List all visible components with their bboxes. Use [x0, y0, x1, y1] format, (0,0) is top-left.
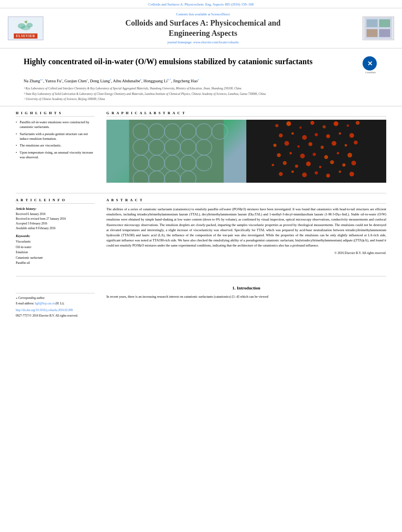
article-title: Highly concentrated oil-in-water (O/W) e… — [24, 56, 357, 67]
svg-point-70 — [279, 172, 283, 176]
revised-date: Received in revised form 27 January 2016 — [16, 217, 95, 221]
svg-rect-10 — [129, 120, 224, 183]
ga-hexagon-pattern — [106, 120, 246, 183]
email-link[interactable]: hgli@licp.cas.cn — [35, 302, 55, 305]
introduction-section: ⁎ Corresponding author. E-mail address: … — [0, 281, 402, 322]
svg-point-68 — [342, 163, 346, 167]
article-info-section-title: A R T I C L E I N F O — [16, 198, 95, 204]
journal-cover-icon — [365, 17, 392, 39]
elsevier-logo: 🌿 ELSEVIER — [8, 17, 43, 40]
svg-point-57 — [300, 154, 305, 158]
highlights-column: H I G H L I G H T S Paraffin oil-in-wate… — [16, 111, 102, 188]
svg-point-62 — [272, 164, 274, 166]
svg-point-35 — [311, 121, 315, 125]
svg-point-65 — [306, 161, 311, 166]
affiliation-c: ᶜ University of Chinese Academy of Scien… — [24, 97, 378, 101]
keyword-2: Oil-in-water — [16, 245, 95, 250]
article-title-row: Highly concentrated oil-in-water (O/W) e… — [24, 56, 378, 74]
svg-point-46 — [350, 133, 354, 138]
svg-rect-9 — [379, 29, 390, 37]
email-name: (H. Li). — [56, 302, 65, 305]
elsevier-brand-text: ELSEVIER — [14, 33, 37, 39]
intro-footnotes-column: ⁎ Corresponding author. E-mail address: … — [16, 285, 102, 318]
highlights-list: Paraffin oil-in-water emulsions were con… — [16, 120, 95, 159]
ga-dots-pattern — [246, 120, 386, 183]
svg-point-66 — [319, 166, 322, 168]
abstract-section: A B S T R A C T The abilities of a serie… — [106, 198, 386, 255]
svg-text:🌿: 🌿 — [24, 20, 28, 24]
affiliations: ᵃ Key Laboratory of Colloid and Interfac… — [24, 86, 378, 101]
introduction-paragraph: In recent years, there is an increasing … — [106, 294, 386, 299]
svg-point-63 — [283, 161, 287, 165]
svg-point-32 — [275, 124, 279, 127]
corresponding-author-note: ⁎ Corresponding author. — [16, 296, 95, 300]
highlight-item-4: Upon temperature rising, an unusual visc… — [16, 150, 95, 160]
issn-line: 0927-7757/© 2016 Elsevier B.V. All right… — [16, 313, 95, 318]
top-right-journal-logo — [363, 17, 394, 40]
svg-point-61 — [348, 153, 352, 158]
affiliation-b: ᵇ State Key Laboratory of Solid Lubricat… — [24, 92, 378, 96]
accepted-date: Accepted 5 February 2016 — [16, 221, 95, 226]
keyword-5: Paraffin oil — [16, 260, 95, 266]
journal-link-bar: Colloids and Surfaces A: Physicochem. En… — [0, 0, 402, 8]
svg-point-51 — [321, 146, 324, 149]
abstract-paragraph: The abilities of a series of catanionic … — [106, 207, 386, 248]
homepage-link[interactable]: www.elsevier.com/locate/colsurfa — [193, 40, 238, 44]
svg-point-64 — [295, 165, 298, 168]
journal-title: Colloids and Surfaces A: Physicochemical… — [47, 18, 359, 38]
svg-point-53 — [345, 144, 347, 146]
highlight-item-3: The emulsions are viscoelastic. — [16, 143, 95, 148]
graphical-abstract-section: G R A P H I C A L A B S T R A C T — [106, 111, 386, 183]
svg-point-47 — [274, 144, 277, 147]
keywords-title: Keywords: — [16, 234, 95, 238]
article-info-section: A R T I C L E I N F O Article history: R… — [16, 198, 95, 266]
svg-point-49 — [298, 145, 300, 148]
ga-left-panel — [106, 120, 246, 183]
svg-rect-7 — [379, 19, 390, 27]
doi-line: http://dx.doi.org/10.1016/j.colsurfa.201… — [16, 308, 95, 312]
graphical-abstract-column: G R A P H I C A L A B S T R A C T — [102, 111, 386, 188]
svg-rect-6 — [367, 19, 378, 27]
introduction-text-column: 1. Introduction In recent years, there i… — [102, 285, 386, 318]
abstract-text: The abilities of a series of catanionic … — [106, 207, 386, 248]
article-info-column: A R T I C L E I N F O Article history: R… — [16, 198, 102, 271]
available-date: Available online 8 February 2016 — [16, 226, 95, 231]
svg-point-55 — [277, 153, 281, 157]
svg-point-40 — [279, 133, 283, 137]
svg-point-56 — [290, 152, 292, 154]
elsevier-logo-box: 🌿 ELSEVIER — [8, 17, 43, 40]
copyright-line: © 2016 Elsevier B.V. All rights reserved… — [106, 251, 386, 255]
svg-point-58 — [313, 153, 316, 156]
highlights-graphical-row: H I G H L I G H T S Paraffin oil-in-wate… — [0, 111, 402, 188]
svg-point-50 — [309, 142, 313, 146]
svg-point-44 — [326, 134, 330, 138]
article-info-abstract-row: A R T I C L E I N F O Article history: R… — [0, 198, 402, 271]
journal-reference-link[interactable]: Colloids and Surfaces A: Physicochem. En… — [148, 2, 253, 6]
email-line: E-mail address: hgli@licp.cas.cn (H. Li)… — [16, 301, 95, 306]
journal-info: Contents lists available at ScienceDirec… — [47, 12, 359, 44]
svg-point-72 — [302, 172, 307, 177]
keywords-list: Viscoelastic Oil-in-water Emulsion Catan… — [16, 239, 95, 266]
affiliation-a: ᵃ Key Laboratory of Colloid and Interfac… — [24, 86, 378, 91]
received-date: Received 6 January 2016 — [16, 212, 95, 217]
authors-line: Na Zhanga,c, Yanxu Fua, Guojun Chena, Do… — [24, 78, 378, 84]
elsevier-tree-icon: 🌿 — [14, 18, 37, 32]
graphical-abstract-image — [106, 120, 386, 183]
svg-point-71 — [292, 171, 294, 173]
highlights-section-title: H I G H L I G H T S — [16, 111, 95, 117]
svg-point-33 — [287, 121, 291, 126]
crossmark-logo: ✕ CrossMark — [363, 56, 378, 74]
top-header: 🌿 ELSEVIER Contents lists available at S… — [0, 8, 402, 48]
svg-point-74 — [326, 174, 330, 178]
journal-homepage: journal homepage: www.elsevier.com/locat… — [47, 40, 359, 44]
svg-rect-8 — [367, 29, 378, 37]
page: Colloids and Surfaces A: Physicochem. En… — [0, 0, 402, 532]
svg-point-73 — [315, 171, 318, 174]
svg-point-41 — [292, 132, 294, 135]
svg-point-34 — [300, 126, 302, 129]
svg-point-75 — [339, 171, 341, 173]
sciencedirect-link[interactable]: ScienceDirect — [211, 12, 230, 16]
svg-point-37 — [334, 121, 339, 126]
highlight-item-1: Paraffin oil-in-water emulsions were con… — [16, 120, 95, 130]
doi-link[interactable]: http://dx.doi.org/10.1016/j.colsurfa.201… — [16, 308, 73, 312]
